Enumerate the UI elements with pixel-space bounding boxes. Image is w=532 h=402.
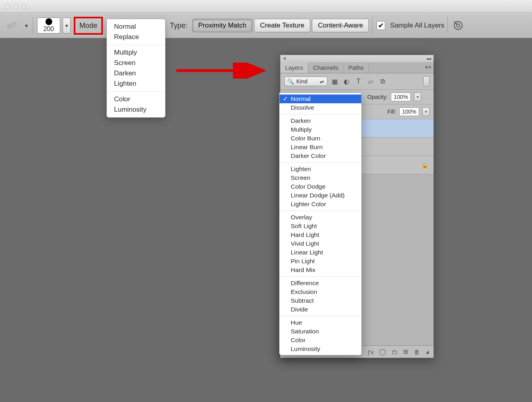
brush-dot-icon (45, 18, 52, 25)
mode-item-multiply[interactable]: Multiply (107, 47, 165, 58)
blend-item-dissolve[interactable]: Dissolve (280, 103, 361, 112)
blend-item-normal[interactable]: Normal (280, 95, 361, 103)
filter-shape-icon[interactable]: ▱ (366, 78, 374, 85)
panel-collapse-icon[interactable]: ◂◂ (426, 56, 431, 61)
fill-dropdown-icon[interactable]: ▾ (422, 107, 430, 116)
filter-pixel-icon[interactable]: ▦ (331, 78, 339, 85)
search-icon: 🔍 (287, 78, 294, 85)
layer-filter-row: 🔍 Kind ▴▾ ▦ ◐ T ▱ ⧉ (280, 73, 433, 90)
create-texture-button[interactable]: Create Texture (254, 19, 310, 32)
blend-item-lighten[interactable]: Lighten (280, 165, 361, 173)
opacity-dropdown-icon[interactable]: ▾ (414, 93, 421, 101)
window-titlebar (0, 0, 532, 13)
blend-item-difference[interactable]: Difference (280, 279, 361, 288)
blend-item-overlay[interactable]: Overlay (280, 213, 361, 222)
resize-grip-icon: ◢ (426, 349, 429, 355)
panel-close-icon[interactable]: ✕ (283, 56, 287, 61)
svg-point-2 (10, 26, 11, 26)
blend-item-screen[interactable]: Screen (280, 173, 361, 182)
filter-toggle-switch[interactable] (423, 76, 430, 87)
tab-paths[interactable]: Paths (343, 62, 368, 73)
new-group-icon[interactable]: 🗀 (392, 349, 398, 355)
panel-tab-bar: Layers Channels Paths ▾≡ (280, 62, 433, 73)
sample-all-layers-checkbox[interactable]: ✔ (376, 21, 385, 30)
blend-item-color-burn[interactable]: Color Burn (280, 134, 361, 143)
zoom-window-icon[interactable] (22, 4, 27, 9)
layer-mask-icon[interactable]: ◯ (379, 348, 386, 355)
close-window-icon[interactable] (5, 4, 10, 9)
fill-value[interactable]: 100% (399, 107, 419, 116)
lock-icon: 🔒 (421, 162, 429, 169)
blend-mode-menu: Normal Dissolve Darken Multiply Color Bu… (279, 93, 362, 355)
blend-item-hue[interactable]: Hue (280, 318, 361, 327)
blend-item-subtract[interactable]: Subtract (280, 296, 361, 305)
brush-size-value: 200 (43, 26, 54, 33)
mode-item-normal[interactable]: Normal (107, 22, 165, 32)
menu-separator (107, 45, 165, 45)
menu-separator (107, 91, 165, 92)
proximity-match-button[interactable]: Proximity Match (192, 19, 252, 32)
blend-item-linear-burn[interactable]: Linear Burn (280, 143, 361, 152)
type-label: Type: (166, 22, 189, 30)
mode-item-color[interactable]: Color (107, 94, 165, 104)
mode-item-replace[interactable]: Replace (107, 32, 165, 42)
svg-point-4 (14, 24, 14, 25)
mode-dropdown-button[interactable]: Mode (74, 17, 103, 35)
select-arrows-icon: ▴▾ (320, 79, 324, 84)
fill-label: Fill: (387, 108, 396, 115)
red-arrow-annotation (175, 63, 270, 79)
minimize-window-icon[interactable] (13, 4, 18, 9)
blend-item-darken[interactable]: Darken (280, 116, 361, 125)
filter-smart-icon[interactable]: ⧉ (378, 78, 386, 85)
blend-item-hard-light[interactable]: Hard Light (280, 231, 361, 239)
tool-dropdown-icon[interactable]: ▾ (23, 21, 30, 30)
filter-adjustment-icon[interactable]: ◐ (343, 78, 351, 85)
blend-item-soft-light[interactable]: Soft Light (280, 222, 361, 231)
opacity-label: Opacity: (367, 94, 388, 100)
filter-type-icon[interactable]: T (355, 78, 363, 85)
mode-dropdown-menu: Normal Replace Multiply Screen Darken Li… (106, 19, 166, 118)
blend-item-linear-light[interactable]: Linear Light (280, 248, 361, 257)
mode-item-lighten[interactable]: Lighten (107, 79, 165, 89)
blend-item-multiply[interactable]: Multiply (280, 125, 361, 134)
blend-item-exclusion[interactable]: Exclusion (280, 288, 361, 296)
mode-item-darken[interactable]: Darken (107, 68, 165, 79)
mode-item-luminosity[interactable]: Luminosity (107, 104, 165, 115)
blend-item-luminosity[interactable]: Luminosity (280, 345, 361, 353)
blend-item-pin-light[interactable]: Pin Light (280, 257, 361, 266)
blend-item-color[interactable]: Color (280, 336, 361, 345)
sample-all-layers-label: Sample All Layers (390, 22, 444, 30)
panel-header: ✕ ◂◂ (280, 55, 433, 62)
tab-layers[interactable]: Layers (280, 62, 308, 73)
filter-kind-select[interactable]: 🔍 Kind ▴▾ (284, 77, 327, 86)
mode-item-screen[interactable]: Screen (107, 58, 165, 68)
brush-preset-picker[interactable]: 200 (37, 18, 60, 34)
blend-item-lighter-color[interactable]: Lighter Color (280, 200, 361, 209)
new-layer-icon[interactable]: ⊞ (403, 348, 408, 355)
panel-flyout-menu-icon[interactable]: ▾≡ (425, 64, 431, 70)
type-toggle-group: Proximity Match Create Texture Content-A… (192, 19, 369, 32)
svg-point-3 (12, 25, 13, 26)
blend-item-hard-mix[interactable]: Hard Mix (280, 266, 361, 274)
options-bar: ▾ 200 ▾ Mode Type: Proximity Match Creat… (0, 13, 532, 38)
pressure-target-icon[interactable] (452, 19, 465, 32)
blend-item-divide[interactable]: Divide (280, 305, 361, 314)
delete-layer-icon[interactable]: 🗑 (414, 349, 420, 355)
brush-dropdown-button[interactable]: ▾ (63, 18, 71, 34)
svg-point-1 (9, 26, 10, 27)
content-aware-button[interactable]: Content-Aware (312, 19, 369, 32)
blend-item-linear-dodge[interactable]: Linear Dodge (Add) (280, 191, 361, 200)
blend-item-darker-color[interactable]: Darker Color (280, 152, 361, 160)
svg-rect-0 (7, 22, 16, 29)
blend-item-vivid-light[interactable]: Vivid Light (280, 239, 361, 248)
layer-fx-icon[interactable]: ƒx (367, 349, 374, 355)
tab-channels[interactable]: Channels (308, 62, 343, 73)
opacity-value[interactable]: 100% (391, 93, 411, 101)
healing-brush-tool-icon[interactable] (5, 20, 21, 32)
blend-item-saturation[interactable]: Saturation (280, 327, 361, 336)
blend-item-color-dodge[interactable]: Color Dodge (280, 182, 361, 191)
